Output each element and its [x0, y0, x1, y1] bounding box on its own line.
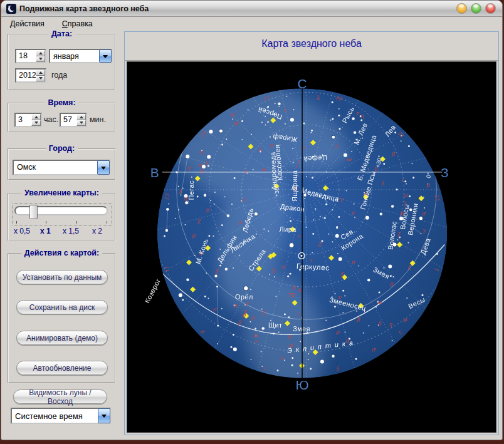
zoom-group-label: Увеличение карты: — [21, 188, 102, 197]
zoom-slider-track[interactable] — [14, 206, 108, 215]
minutes-down-button[interactable] — [76, 120, 86, 126]
city-dropdown-button[interactable] — [97, 160, 110, 175]
close-button[interactable] — [485, 3, 496, 14]
star-map-area: φνσατμιμνπραθθδγρσνδωημγβνωζβσιιξφπλξχβμ… — [127, 61, 496, 433]
svg-text:η: η — [187, 165, 191, 171]
zoom-slider[interactable] — [13, 204, 112, 225]
app-window: Подвижная карта звездного неба Действия … — [1, 0, 503, 440]
year-down-button[interactable] — [36, 76, 45, 82]
slider-tick — [76, 221, 77, 224]
svg-text:γ: γ — [340, 196, 344, 202]
minimize-button[interactable] — [456, 3, 467, 14]
star-map: φνσατμιμνπραθθδγρσνδωημγβνωζβσιιξφπλξχβμ… — [127, 62, 496, 432]
svg-text:ρ: ρ — [239, 219, 243, 225]
chevron-down-icon — [103, 55, 108, 61]
zoom-slider-thumb[interactable] — [29, 205, 38, 219]
svg-text:γ: γ — [245, 300, 249, 306]
city-group: Город: Омск — [8, 148, 116, 180]
city-value: Омск — [14, 161, 109, 172]
zoom-option-1[interactable]: x 1 — [40, 227, 51, 235]
day-spinner[interactable]: 18 — [15, 49, 46, 63]
hours-up-button[interactable] — [31, 114, 41, 120]
time-source-value: Системное время — [12, 409, 110, 421]
window-title: Подвижная карта звездного неба — [19, 4, 149, 13]
month-dropdown-button[interactable] — [99, 49, 112, 63]
animate-demo-button[interactable]: Анимировать (демо) — [16, 331, 108, 345]
menu-actions[interactable]: Действия — [10, 19, 45, 28]
date-group: Дата: 18 января 2012 года — [8, 34, 116, 90]
svg-text:В: В — [150, 165, 159, 180]
svg-text:+30°: +30° — [273, 185, 280, 197]
moon-visibility-button[interactable]: Видимость луны / Восход — [13, 390, 107, 404]
day-value[interactable]: 18 — [16, 50, 36, 62]
arrow-up-icon — [39, 71, 43, 74]
svg-text:δ: δ — [258, 147, 262, 153]
actions-group-label: Действия с картой: — [21, 249, 102, 257]
svg-text:λ: λ — [317, 95, 320, 101]
svg-text:ω: ω — [347, 156, 352, 162]
svg-text:μ: μ — [292, 284, 296, 291]
hours-spinner[interactable]: 3 — [14, 113, 42, 127]
hours-value[interactable]: 3 — [16, 114, 31, 126]
main-panel: Карта звездного неба φνσατμιμνπραθθδγρσν… — [124, 31, 499, 435]
svg-text:ι: ι — [401, 177, 404, 183]
svg-text:ι: ι — [295, 163, 298, 169]
maximize-button[interactable] — [471, 3, 481, 14]
svg-text:Андромеда: Андромеда — [269, 152, 278, 190]
city-select[interactable]: Омск — [13, 160, 110, 175]
hours-down-button[interactable] — [31, 120, 41, 126]
arrow-down-icon — [39, 58, 43, 60]
svg-text:δ: δ — [206, 207, 209, 214]
svg-text:ι: ι — [297, 311, 300, 317]
day-down-button[interactable] — [36, 56, 45, 63]
arrow-down-icon — [80, 121, 83, 124]
svg-text:ν: ν — [301, 145, 305, 151]
map-title: Карта звездного неба — [125, 32, 498, 61]
zoom-option-05[interactable]: x 0,5 — [14, 227, 30, 235]
arrow-down-icon — [39, 77, 43, 80]
time-source-select[interactable]: Системное время — [11, 408, 111, 424]
year-spinner[interactable]: 2012 — [15, 68, 46, 83]
slider-tick — [16, 221, 17, 224]
set-by-data-button[interactable]: Установить по данным — [16, 270, 108, 284]
save-to-disk-button[interactable]: Сохранить на диск — [16, 300, 108, 314]
svg-text:Геркулес: Геркулес — [296, 262, 329, 272]
svg-text:ω: ω — [403, 192, 408, 198]
city-group-label: Город: — [46, 144, 78, 153]
svg-text:ν: ν — [255, 338, 258, 344]
svg-text:Цефей: Цефей — [303, 154, 327, 163]
svg-text:μ: μ — [254, 332, 258, 338]
time-source-dropdown-button[interactable] — [98, 408, 110, 423]
minutes-spinner[interactable]: 57 — [60, 113, 87, 127]
svg-text:η: η — [360, 113, 364, 119]
auto-update-button[interactable]: Автообновление — [16, 361, 108, 375]
svg-text:α: α — [243, 168, 248, 175]
arrow-up-icon — [39, 52, 43, 54]
zoom-option-15[interactable]: x 1,5 — [63, 227, 79, 235]
time-group-label: Время: — [45, 98, 78, 107]
svg-text:β: β — [391, 151, 395, 157]
day-up-button[interactable] — [36, 50, 45, 56]
minutes-up-button[interactable] — [76, 114, 86, 120]
svg-text:З: З — [441, 165, 449, 180]
svg-text:ρ: ρ — [251, 314, 255, 321]
title-bar[interactable]: Подвижная карта звездного неба — [1, 1, 502, 17]
svg-text:Орёл: Орёл — [235, 293, 253, 301]
year-value[interactable]: 2012 — [16, 70, 36, 81]
svg-text:ι: ι — [298, 158, 300, 165]
svg-text:Лира: Лира — [280, 225, 297, 233]
control-sidebar: Дата: 18 января 2012 года — [6, 30, 121, 435]
svg-text:С: С — [297, 76, 307, 91]
year-up-button[interactable] — [36, 70, 45, 76]
svg-text:70: 70 — [288, 291, 295, 298]
svg-text:Змея: Змея — [293, 325, 310, 333]
minutes-value[interactable]: 57 — [61, 114, 76, 126]
menu-help[interactable]: Справка — [62, 19, 93, 28]
zoom-group: Увеличение карты: x 0,5 x 1 x 1,5 x 2 — [8, 193, 116, 241]
month-select[interactable]: января — [49, 49, 112, 63]
svg-text:ι: ι — [284, 107, 286, 113]
app-moon-icon — [6, 4, 16, 14]
svg-text:β: β — [357, 316, 360, 323]
year-suffix-label: года — [51, 71, 67, 80]
zoom-option-2[interactable]: x 2 — [92, 227, 102, 235]
